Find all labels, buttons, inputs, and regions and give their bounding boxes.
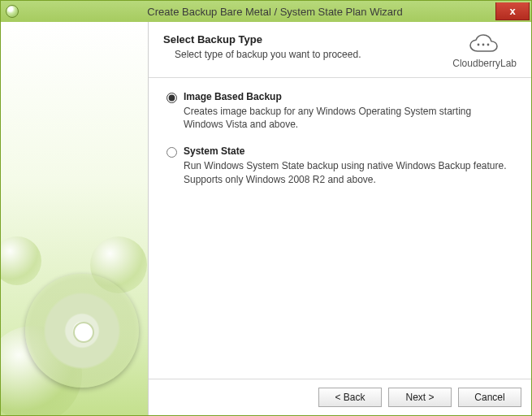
svg-point-0 [477,44,479,46]
cancel-button[interactable]: Cancel [458,388,521,407]
next-button[interactable]: Next > [388,388,452,407]
wizard-window: Create Backup Bare Metal / System State … [0,0,532,416]
option-system-state[interactable]: System State Run Windows System State ba… [167,145,513,185]
main-panel: Select Backup Type Select type of backup… [149,22,531,415]
step-sub: Select type of backup you want to procee… [175,49,361,60]
wizard-body: Select Backup Type Select type of backup… [1,22,531,415]
app-icon [6,5,19,18]
close-icon: x [509,5,515,17]
radio-system-state[interactable] [167,147,177,158]
sidebar-art [1,22,149,415]
step-heading: Select Backup Type [163,33,361,46]
options-area: Image Based Backup Creates image backup … [149,78,531,379]
brand-block: CloudberryLab [452,33,517,69]
option-image-based[interactable]: Image Based Backup Creates image backup … [167,91,513,131]
option-ss-title: System State [184,145,513,157]
disc-icon [25,274,139,388]
svg-point-2 [487,44,489,46]
window-title: Create Backup Bare Metal / System State … [24,6,526,18]
radio-image-based[interactable] [167,93,177,103]
option-image-desc: Creates image backup for any Windows Ope… [184,105,513,131]
option-ss-desc: Run Windows System State backup using na… [184,159,513,185]
back-button[interactable]: < Back [318,388,382,407]
brand-name: CloudberryLab [452,58,517,69]
cloud-icon [466,33,504,56]
titlebar: Create Backup Bare Metal / System State … [1,1,531,22]
svg-point-1 [482,44,484,46]
step-header: Select Backup Type Select type of backup… [149,22,531,78]
close-button[interactable]: x [495,2,530,20]
option-image-title: Image Based Backup [184,91,513,102]
button-bar: < Back Next > Cancel [149,379,531,415]
